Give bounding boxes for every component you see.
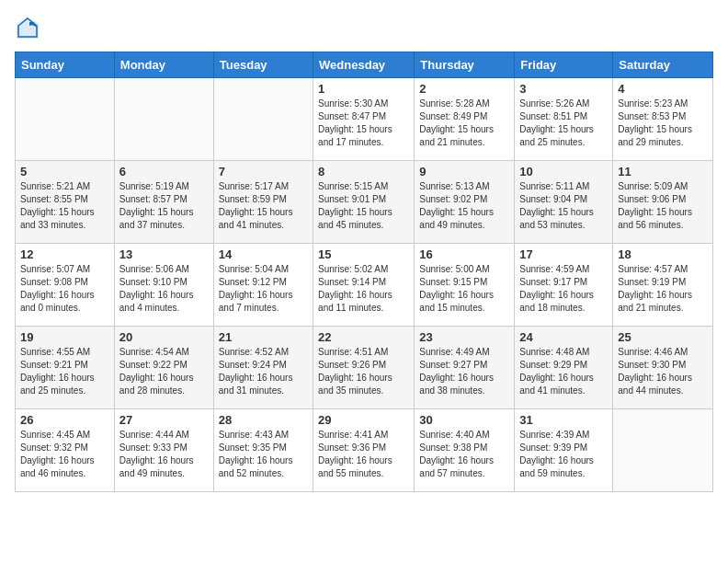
calendar-cell: 19Sunrise: 4:55 AM Sunset: 9:21 PM Dayli…: [16, 327, 115, 409]
day-number: 17: [519, 247, 608, 261]
calendar-cell: 9Sunrise: 5:13 AM Sunset: 9:02 PM Daylig…: [415, 161, 515, 244]
day-info: Sunrise: 4:49 AM Sunset: 9:27 PM Dayligh…: [419, 346, 509, 397]
day-number: 27: [119, 413, 209, 427]
day-number: 31: [519, 413, 608, 427]
day-info: Sunrise: 4:41 AM Sunset: 9:36 PM Dayligh…: [318, 429, 409, 480]
day-number: 26: [20, 413, 109, 427]
day-number: 22: [318, 330, 409, 344]
day-info: Sunrise: 4:54 AM Sunset: 9:22 PM Dayligh…: [119, 346, 209, 397]
day-info: Sunrise: 5:00 AM Sunset: 9:15 PM Dayligh…: [419, 263, 509, 315]
weekday-header-saturday: Saturday: [613, 52, 713, 78]
day-number: 24: [519, 330, 608, 344]
day-info: Sunrise: 4:40 AM Sunset: 9:38 PM Dayligh…: [419, 429, 509, 480]
calendar-week-row: 5Sunrise: 5:21 AM Sunset: 8:55 PM Daylig…: [16, 161, 713, 244]
day-info: Sunrise: 4:43 AM Sunset: 9:35 PM Dayligh…: [219, 429, 308, 480]
day-info: Sunrise: 4:57 AM Sunset: 9:19 PM Dayligh…: [618, 263, 708, 315]
day-info: Sunrise: 5:07 AM Sunset: 9:08 PM Dayligh…: [20, 263, 109, 315]
day-info: Sunrise: 5:21 AM Sunset: 8:55 PM Dayligh…: [20, 180, 109, 232]
calendar-cell: 23Sunrise: 4:49 AM Sunset: 9:27 PM Dayli…: [415, 327, 515, 409]
day-number: 19: [20, 330, 109, 344]
calendar-cell: 20Sunrise: 4:54 AM Sunset: 9:22 PM Dayli…: [114, 327, 213, 409]
page-header: [15, 15, 713, 40]
weekday-header-row: SundayMondayTuesdayWednesdayThursdayFrid…: [16, 52, 713, 78]
day-number: 11: [618, 165, 708, 178]
day-info: Sunrise: 4:59 AM Sunset: 9:17 PM Dayligh…: [519, 263, 608, 315]
day-number: 7: [219, 165, 308, 178]
day-number: 14: [219, 247, 308, 261]
day-info: Sunrise: 5:06 AM Sunset: 9:10 PM Dayligh…: [119, 263, 209, 315]
weekday-header-monday: Monday: [114, 52, 213, 78]
logo: [15, 15, 44, 40]
weekday-header-tuesday: Tuesday: [213, 52, 313, 78]
day-number: 16: [419, 247, 509, 261]
calendar-cell: 16Sunrise: 5:00 AM Sunset: 9:15 PM Dayli…: [415, 244, 515, 327]
calendar-cell: 5Sunrise: 5:21 AM Sunset: 8:55 PM Daylig…: [16, 161, 115, 244]
day-info: Sunrise: 4:44 AM Sunset: 9:33 PM Dayligh…: [119, 429, 209, 480]
day-number: 29: [318, 413, 409, 427]
calendar-cell: 25Sunrise: 4:46 AM Sunset: 9:30 PM Dayli…: [613, 327, 713, 409]
calendar-cell: 7Sunrise: 5:17 AM Sunset: 8:59 PM Daylig…: [213, 161, 313, 244]
day-number: 20: [119, 330, 209, 344]
calendar-cell: 3Sunrise: 5:26 AM Sunset: 8:51 PM Daylig…: [515, 78, 613, 161]
day-number: 4: [618, 82, 708, 96]
day-number: 21: [219, 330, 308, 344]
calendar-cell: 31Sunrise: 4:39 AM Sunset: 9:39 PM Dayli…: [515, 409, 613, 492]
day-info: Sunrise: 5:02 AM Sunset: 9:14 PM Dayligh…: [318, 263, 409, 315]
day-number: 12: [20, 247, 109, 261]
calendar-cell: 29Sunrise: 4:41 AM Sunset: 9:36 PM Dayli…: [313, 409, 415, 492]
calendar-week-row: 19Sunrise: 4:55 AM Sunset: 9:21 PM Dayli…: [16, 327, 713, 409]
calendar-cell: 1Sunrise: 5:30 AM Sunset: 8:47 PM Daylig…: [313, 78, 415, 161]
calendar-week-row: 1Sunrise: 5:30 AM Sunset: 8:47 PM Daylig…: [16, 78, 713, 161]
generalblue-logo-icon: [15, 15, 40, 40]
calendar-cell: 22Sunrise: 4:51 AM Sunset: 9:26 PM Dayli…: [313, 327, 415, 409]
calendar-cell: [613, 409, 713, 492]
day-info: Sunrise: 5:26 AM Sunset: 8:51 PM Dayligh…: [519, 98, 608, 149]
day-number: 13: [119, 247, 209, 261]
day-number: 30: [419, 413, 509, 427]
day-number: 1: [318, 82, 409, 96]
calendar-cell: 14Sunrise: 5:04 AM Sunset: 9:12 PM Dayli…: [213, 244, 313, 327]
weekday-header-friday: Friday: [515, 52, 613, 78]
calendar-cell: 21Sunrise: 4:52 AM Sunset: 9:24 PM Dayli…: [213, 327, 313, 409]
day-number: 3: [519, 82, 608, 96]
calendar-cell: 24Sunrise: 4:48 AM Sunset: 9:29 PM Dayli…: [515, 327, 613, 409]
calendar-cell: 26Sunrise: 4:45 AM Sunset: 9:32 PM Dayli…: [16, 409, 115, 492]
day-info: Sunrise: 5:11 AM Sunset: 9:04 PM Dayligh…: [519, 180, 608, 232]
day-info: Sunrise: 5:13 AM Sunset: 9:02 PM Dayligh…: [419, 180, 509, 232]
calendar-cell: 11Sunrise: 5:09 AM Sunset: 9:06 PM Dayli…: [613, 161, 713, 244]
day-info: Sunrise: 4:46 AM Sunset: 9:30 PM Dayligh…: [618, 346, 708, 397]
calendar-cell: [213, 78, 313, 161]
calendar-table: SundayMondayTuesdayWednesdayThursdayFrid…: [15, 52, 713, 492]
calendar-cell: 28Sunrise: 4:43 AM Sunset: 9:35 PM Dayli…: [213, 409, 313, 492]
day-info: Sunrise: 5:23 AM Sunset: 8:53 PM Dayligh…: [618, 98, 708, 149]
day-info: Sunrise: 4:39 AM Sunset: 9:39 PM Dayligh…: [519, 429, 608, 480]
day-number: 18: [618, 247, 708, 261]
day-number: 6: [119, 165, 209, 178]
calendar-week-row: 26Sunrise: 4:45 AM Sunset: 9:32 PM Dayli…: [16, 409, 713, 492]
day-number: 25: [618, 330, 708, 344]
calendar-cell: 8Sunrise: 5:15 AM Sunset: 9:01 PM Daylig…: [313, 161, 415, 244]
day-number: 8: [318, 165, 409, 178]
calendar-cell: [114, 78, 213, 161]
calendar-cell: 15Sunrise: 5:02 AM Sunset: 9:14 PM Dayli…: [313, 244, 415, 327]
day-number: 10: [519, 165, 608, 178]
calendar-cell: 4Sunrise: 5:23 AM Sunset: 8:53 PM Daylig…: [613, 78, 713, 161]
day-info: Sunrise: 5:19 AM Sunset: 8:57 PM Dayligh…: [119, 180, 209, 232]
weekday-header-thursday: Thursday: [415, 52, 515, 78]
day-number: 9: [419, 165, 509, 178]
calendar-cell: [16, 78, 115, 161]
calendar-cell: 30Sunrise: 4:40 AM Sunset: 9:38 PM Dayli…: [415, 409, 515, 492]
calendar-week-row: 12Sunrise: 5:07 AM Sunset: 9:08 PM Dayli…: [16, 244, 713, 327]
day-info: Sunrise: 4:45 AM Sunset: 9:32 PM Dayligh…: [20, 429, 109, 480]
day-info: Sunrise: 5:28 AM Sunset: 8:49 PM Dayligh…: [419, 98, 509, 149]
day-info: Sunrise: 4:55 AM Sunset: 9:21 PM Dayligh…: [20, 346, 109, 397]
day-info: Sunrise: 5:04 AM Sunset: 9:12 PM Dayligh…: [219, 263, 308, 315]
day-info: Sunrise: 4:52 AM Sunset: 9:24 PM Dayligh…: [219, 346, 308, 397]
calendar-cell: 18Sunrise: 4:57 AM Sunset: 9:19 PM Dayli…: [613, 244, 713, 327]
day-number: 5: [20, 165, 109, 178]
weekday-header-sunday: Sunday: [16, 52, 115, 78]
svg-marker-0: [17, 17, 39, 39]
calendar-cell: 13Sunrise: 5:06 AM Sunset: 9:10 PM Dayli…: [114, 244, 213, 327]
day-info: Sunrise: 5:30 AM Sunset: 8:47 PM Dayligh…: [318, 98, 409, 149]
day-number: 15: [318, 247, 409, 261]
